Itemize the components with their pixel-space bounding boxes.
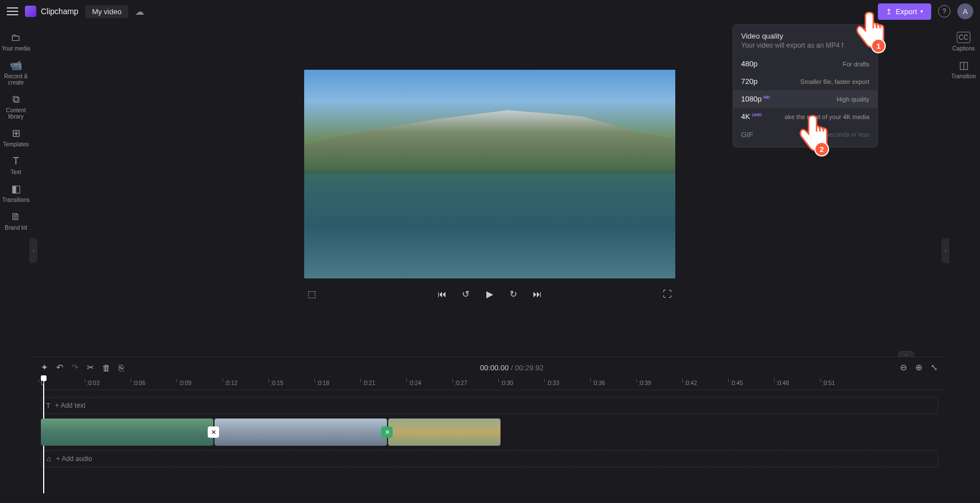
sidebar-captions[interactable]: CCCaptions <box>948 27 979 54</box>
tutorial-hand-2: 2 <box>793 112 832 160</box>
app-name: Clipchamp <box>41 7 78 16</box>
export-res: 4KUHD <box>741 112 762 121</box>
export-option-1080p[interactable]: 1080pHDHigh quality <box>733 90 877 108</box>
audio-track[interactable]: ♫ + Add audio <box>41 450 938 467</box>
ruler-tick: :0:30 <box>500 380 513 386</box>
audio-track-icon: ♫ <box>46 455 52 463</box>
transition-right-icon: ◫ <box>959 60 969 71</box>
cloud-sync-icon[interactable]: ☁ <box>135 6 144 17</box>
tutorial-hand-1: 1 <box>849 9 889 57</box>
brand-icon: 🗎 <box>11 211 21 222</box>
playback-controls: ⬚ ⏮ ↺ ▶ ↻ ⏭ ⛶ <box>304 278 675 310</box>
export-badge: UHD <box>752 112 762 117</box>
delete-button[interactable]: 🗑 <box>102 363 111 373</box>
skip-forward-button[interactable]: ⏭ <box>529 286 545 302</box>
sidebar-templates[interactable]: ⊞Templates <box>1 123 31 150</box>
ruler-tick: :0:39 <box>638 380 651 386</box>
video-track[interactable]: ✕ ✕ <box>41 419 938 446</box>
sidebar-transitions[interactable]: ◧Transitions <box>1 179 31 205</box>
redo-button[interactable]: ↷ <box>71 362 79 373</box>
logo-icon <box>25 6 36 17</box>
ruler-tick: 0 <box>41 380 44 386</box>
video-clip-2[interactable] <box>214 419 387 446</box>
time-display: 00:00.00 / 00:29.92 <box>132 363 892 372</box>
ruler-tick: :0:09 <box>179 380 191 386</box>
duration: 00:29.92 <box>515 363 544 372</box>
text-icon: T <box>13 155 19 167</box>
video-preview[interactable] <box>304 70 675 278</box>
play-button[interactable]: ▶ <box>482 286 498 302</box>
transition-badge-1[interactable]: ✕ <box>208 426 219 438</box>
text-track-label: + Add text <box>55 401 86 409</box>
text-track[interactable]: T + Add text <box>41 397 938 414</box>
magic-icon[interactable]: ✦ <box>41 362 48 373</box>
sidebar-brand-kit[interactable]: 🗎Brand kit <box>1 206 31 233</box>
library-icon: ⧉ <box>12 94 20 105</box>
preview-collapse-tab[interactable]: ⌄ <box>898 351 914 357</box>
export-desc: High quality <box>837 96 869 103</box>
video-clip-3[interactable] <box>388 419 500 446</box>
tutorial-step-1: 1 <box>871 39 886 53</box>
right-sidebar: CCCaptions ◫Transition ‹ <box>947 23 980 503</box>
ruler-tick: :0:24 <box>409 380 421 386</box>
left-sidebar: 🗀Your media 📹Record & create ⧉Content li… <box>0 23 32 503</box>
menu-button[interactable] <box>7 7 18 15</box>
duplicate-button[interactable]: ⎘ <box>119 363 124 373</box>
ruler-tick: :0:51 <box>822 380 835 386</box>
export-desc: For drafts <box>843 61 869 67</box>
export-res: 480p <box>741 60 758 68</box>
current-time: 00:00.00 <box>480 363 509 372</box>
ruler-tick: :0:12 <box>225 380 237 386</box>
undo-button[interactable]: ↶ <box>56 362 64 373</box>
export-option-480p[interactable]: 480pFor drafts <box>733 55 877 73</box>
sidebar-your-media[interactable]: 🗀Your media <box>1 27 31 54</box>
export-option-720p[interactable]: 720pSmaller file, faster export <box>733 73 877 90</box>
templates-icon: ⊞ <box>12 128 20 139</box>
timeline: ✦ ↶ ↷ ✂ 🗑 ⎘ 00:00.00 / 00:29.92 ⊖ ⊕ ⤡ 0:… <box>32 357 947 503</box>
zoom-out-button[interactable]: ⊖ <box>900 362 907 373</box>
ruler-tick: :0:42 <box>684 380 697 386</box>
ruler-tick: :0:06 <box>133 380 145 386</box>
export-desc: Smaller file, faster export <box>800 78 869 85</box>
export-res: 1080pHD <box>741 95 770 103</box>
camera-icon: 📹 <box>10 60 22 71</box>
transitions-icon: ◧ <box>11 183 21 195</box>
skip-back-button[interactable]: ⏮ <box>434 286 450 302</box>
text-track-icon: T <box>46 401 51 410</box>
sidebar-transition-right[interactable]: ◫Transition <box>948 55 979 82</box>
ruler-tick: :0:15 <box>271 380 283 386</box>
ruler-tick: :0:45 <box>730 380 743 386</box>
ruler-tick: :0:27 <box>455 380 467 386</box>
ruler-tick: :0:33 <box>546 380 559 386</box>
avatar[interactable]: A <box>957 3 973 19</box>
export-res: GIF <box>741 130 754 139</box>
ruler-tick: :0:03 <box>87 380 99 386</box>
ruler-tick: :0:36 <box>592 380 605 386</box>
collapse-right-tab[interactable]: ‹ <box>941 238 949 263</box>
fullscreen-button[interactable]: ⛶ <box>659 286 675 302</box>
help-button[interactable]: ? <box>938 5 950 18</box>
zoom-in-button[interactable]: ⊕ <box>915 362 923 373</box>
time-ruler[interactable]: 0:0:03:0:06:0:09:0:12:0:15:0:18:0:21:0:2… <box>41 378 947 390</box>
export-res: 720p <box>741 77 758 86</box>
forward-button[interactable]: ↻ <box>506 286 521 302</box>
transition-badge-2[interactable]: ✕ <box>381 426 393 438</box>
project-title[interactable]: My video <box>85 5 128 18</box>
sidebar-content-library[interactable]: ⧉Content library <box>1 89 31 122</box>
video-clip-1[interactable] <box>41 419 213 446</box>
chevron-down-icon: ▾ <box>920 9 923 14</box>
cut-button[interactable]: ✂ <box>87 362 94 373</box>
color-off-icon[interactable]: ⬚ <box>304 286 320 302</box>
sidebar-text[interactable]: TText <box>1 151 31 177</box>
export-badge: HD <box>763 95 770 100</box>
folder-icon: 🗀 <box>11 32 21 43</box>
tutorial-step-2: 2 <box>814 142 829 157</box>
fit-button[interactable]: ⤡ <box>931 362 938 373</box>
sidebar-record-create[interactable]: 📹Record & create <box>1 55 31 88</box>
export-label: Export <box>895 7 917 16</box>
ruler-tick: :0:18 <box>317 380 329 386</box>
ruler-tick: :0:48 <box>776 380 789 386</box>
app-logo[interactable]: Clipchamp <box>25 6 78 17</box>
rewind-button[interactable]: ↺ <box>458 286 474 302</box>
audio-track-label: + Add audio <box>56 455 92 463</box>
